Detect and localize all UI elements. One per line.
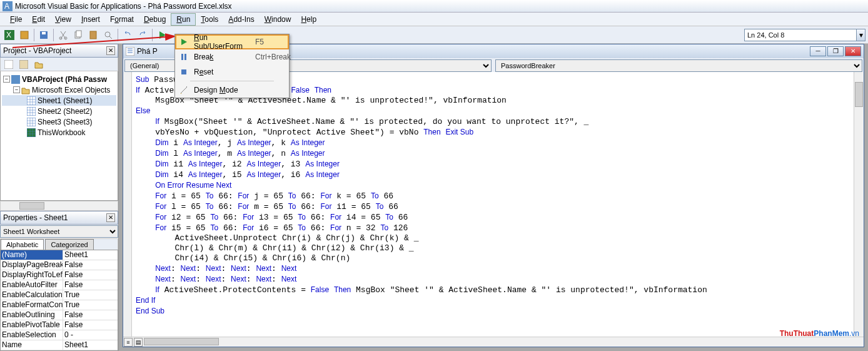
svg-rect-23 [27, 128, 36, 137]
property-value[interactable]: False [63, 310, 118, 320]
menu-design-mode[interactable]: Design Mode [175, 83, 289, 98]
svg-rect-13 [181, 54, 183, 60]
tree-item[interactable]: Sheet2 (Sheet2) [2, 106, 116, 116]
property-name: Name [1, 340, 63, 350]
property-row[interactable]: EnableCalculationTrue [1, 290, 118, 300]
property-value[interactable]: True [63, 290, 118, 300]
close-button[interactable]: ✕ [845, 46, 861, 56]
svg-text:A: A [4, 2, 9, 11]
paste-icon[interactable] [86, 28, 100, 42]
project-panel-title[interactable]: Project - VBAProject ✕ [0, 44, 118, 58]
svg-rect-11 [90, 31, 96, 39]
cursor-dropdown-icon[interactable]: ▾ [857, 29, 865, 41]
menu-break[interactable]: Break Ctrl+Break [175, 49, 289, 64]
collapse-icon[interactable]: − [13, 86, 20, 93]
property-row[interactable]: DisplayRightToLeftFalse [1, 270, 118, 280]
menu-window[interactable]: Window [260, 14, 296, 25]
property-value[interactable]: True [63, 300, 118, 310]
property-value[interactable]: Sheet1 [63, 250, 118, 260]
procedure-dropdown[interactable]: PasswordBreaker [495, 59, 862, 72]
property-row[interactable]: DisplayPageBreaksFalse [1, 260, 118, 270]
menu-insert[interactable]: Insert [76, 14, 105, 25]
menu-format[interactable]: Format [105, 14, 139, 25]
properties-panel-title[interactable]: Properties - Sheet1 ✕ [0, 211, 118, 225]
property-value[interactable]: Sheet1 [63, 340, 118, 350]
menu-run-sub[interactable]: Run Sub/UserForm F5 [175, 34, 289, 49]
property-value[interactable]: 0 - xlNoRestrictions [63, 330, 118, 340]
menu-run[interactable]: Run [171, 13, 196, 26]
worksheet-icon [27, 107, 36, 116]
tree-folder[interactable]: − Microsoft Excel Objects [2, 84, 116, 95]
stop-icon [178, 68, 190, 76]
code-editor[interactable]: Sub PasswordBreaker() If ActiveSheet.Pro… [132, 72, 854, 337]
project-tree[interactable]: − VBAProject (Phá Passw − Microsoft Exce… [0, 71, 118, 201]
menu-edit[interactable]: Edit [27, 14, 50, 25]
close-icon[interactable]: ✕ [106, 46, 115, 55]
menu-reset[interactable]: Reset [175, 64, 289, 79]
run-icon[interactable] [155, 28, 169, 42]
property-name: EnableOutlining [1, 310, 63, 320]
property-row[interactable]: EnableOutliningFalse [1, 310, 118, 320]
menu-tools[interactable]: Tools [196, 14, 223, 25]
minimize-button[interactable]: ─ [810, 46, 826, 56]
property-name: EnableSelection [1, 330, 63, 340]
tree-root[interactable]: − VBAProject (Phá Passw [2, 74, 116, 84]
collapse-icon[interactable]: − [3, 76, 10, 83]
tree-item[interactable]: Sheet3 (Sheet3) [2, 116, 116, 127]
folder-icon[interactable] [32, 58, 46, 71]
tree-item[interactable]: Sheet1 (Sheet1) [2, 95, 116, 106]
property-row[interactable]: (Name)Sheet1 [1, 250, 118, 260]
tree-item[interactable]: ThisWorkbook [2, 127, 116, 138]
property-name: DisplayPageBreaks [1, 260, 63, 270]
full-module-view-icon[interactable]: ▤ [134, 338, 143, 347]
object-selector[interactable]: Sheet1 Worksheet [0, 225, 118, 238]
save-icon[interactable] [37, 28, 51, 42]
restore-button[interactable]: ❐ [827, 46, 844, 56]
property-row[interactable]: EnableAutoFilterFalse [1, 280, 118, 290]
view-code-icon[interactable] [2, 58, 16, 71]
workbook-icon [27, 128, 36, 137]
svg-rect-24 [126, 47, 134, 56]
property-row[interactable]: EnablePivotTableFalse [1, 320, 118, 330]
property-value[interactable]: False [63, 280, 118, 290]
svg-rect-10 [76, 31, 81, 37]
property-row[interactable]: EnableSelection0 - xlNoRestrictions [1, 330, 118, 340]
property-row[interactable]: NameSheet1 [1, 340, 118, 350]
menu-addins[interactable]: Add-Ins [223, 14, 259, 25]
menu-view[interactable]: View [50, 14, 76, 25]
undo-icon[interactable] [121, 28, 134, 42]
svg-rect-6 [42, 32, 46, 34]
properties-panel: Sheet1 Worksheet Alphabetic Categorized … [0, 225, 118, 351]
project-scroll-h[interactable] [0, 201, 118, 211]
properties-grid[interactable]: (Name)Sheet1DisplayPageBreaksFalseDispla… [0, 250, 118, 351]
svg-rect-21 [27, 107, 36, 116]
svg-rect-18 [19, 60, 28, 69]
project-toolbar [0, 58, 118, 71]
property-row[interactable]: EnableFormatConditionsCalculationTrue [1, 300, 118, 310]
property-value[interactable]: False [63, 270, 118, 280]
scrollbar-vertical[interactable] [854, 72, 864, 337]
left-dock: Project - VBAProject ✕ − VBAProject (Phá… [0, 44, 119, 351]
watermark: ThuThuatPhanMem.vn [780, 322, 859, 340]
property-value[interactable]: False [63, 320, 118, 330]
copy-icon[interactable] [71, 28, 85, 42]
property-value[interactable]: False [63, 260, 118, 270]
run-dropdown-menu: Run Sub/UserForm F5 Break Ctrl+Break Res… [174, 34, 290, 98]
tab-categorized[interactable]: Categorized [45, 239, 93, 250]
view-excel-icon[interactable]: X [3, 28, 16, 42]
tab-alphabetic[interactable]: Alphabetic [1, 239, 44, 250]
menu-file[interactable]: File [5, 14, 27, 25]
procedure-view-icon[interactable]: ≡ [124, 338, 133, 347]
ruler-icon [178, 86, 190, 94]
menu-debug[interactable]: Debug [139, 14, 171, 25]
insert-dropdown-icon[interactable] [18, 28, 31, 42]
close-icon[interactable]: ✕ [106, 213, 115, 222]
cursor-position[interactable] [744, 29, 857, 41]
cut-icon[interactable] [56, 28, 70, 42]
menu-help[interactable]: Help [296, 14, 321, 25]
view-object-icon[interactable] [17, 58, 31, 71]
scrollbar-horizontal[interactable] [143, 337, 864, 347]
svg-rect-20 [27, 96, 36, 105]
find-icon[interactable] [101, 28, 115, 42]
redo-icon[interactable] [136, 28, 149, 42]
